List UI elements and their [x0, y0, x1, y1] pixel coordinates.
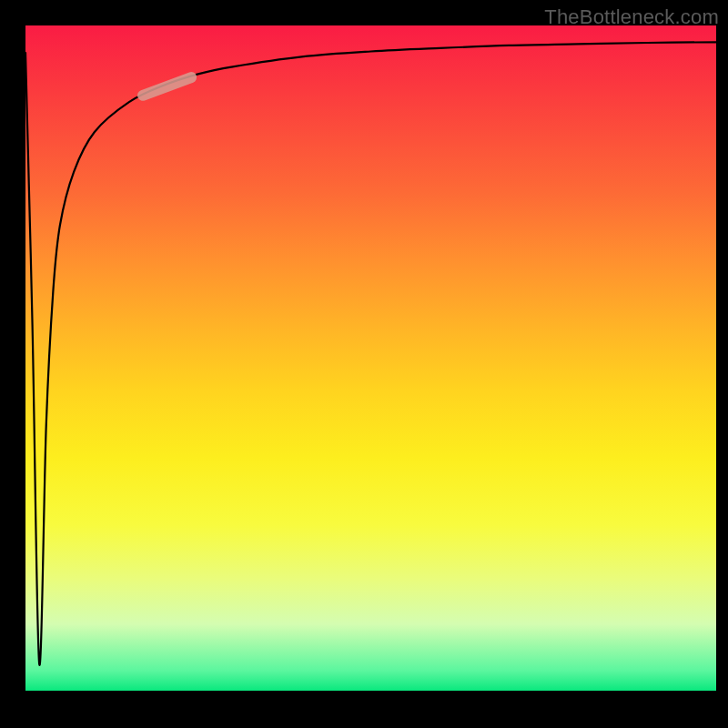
chart-marker [143, 77, 191, 96]
chart-curve [25, 42, 716, 665]
chart-svg [25, 25, 716, 691]
watermark-text: TheBottleneck.com [544, 5, 719, 29]
chart-plot-area [25, 25, 716, 691]
